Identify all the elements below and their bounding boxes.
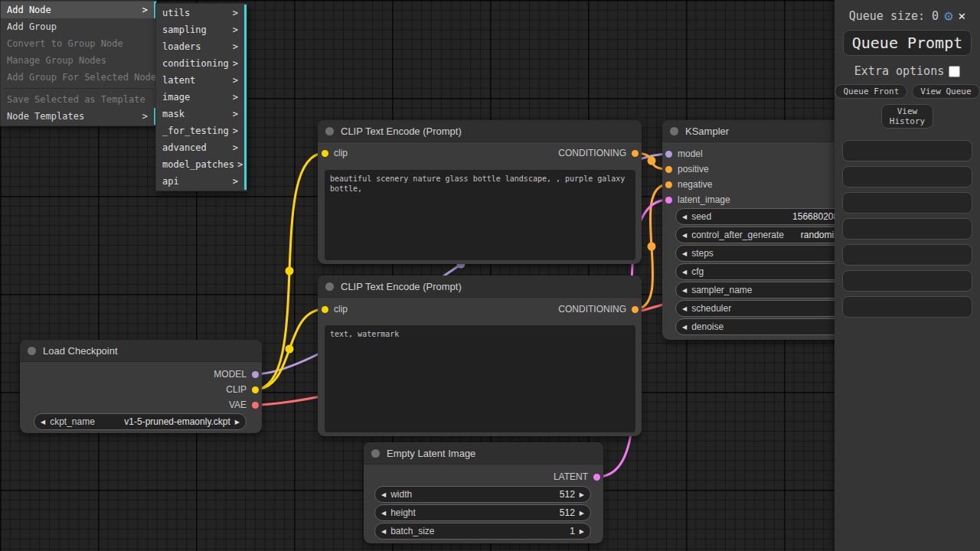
submenu-item-advanced[interactable]: advanced > — [156, 139, 247, 156]
settings-gear-icon[interactable]: ⚙ — [944, 8, 952, 23]
conditioning-output-dot[interactable] — [632, 306, 639, 313]
ksampler-input-latent-image[interactable]: latent_image — [665, 194, 730, 206]
input-slot-dot[interactable] — [665, 197, 672, 204]
widget-sampler-name[interactable]: ◀ sampler_name ▶ — [675, 282, 860, 298]
widget-batch-size[interactable]: ◀ batch_size 1 ▶ — [374, 523, 591, 540]
collapse-dot[interactable] — [670, 127, 678, 135]
submenu-item-conditioning[interactable]: conditioning > — [156, 55, 247, 72]
decrement-arrow-icon[interactable]: ◀ — [381, 528, 386, 535]
node-clip-text-encode-1[interactable]: CLIP Text Encode (Prompt) clip CONDITION… — [318, 120, 642, 264]
submenu-item-for-testing[interactable]: _for_testing > — [156, 122, 247, 139]
clip-input-dot[interactable] — [322, 306, 328, 313]
load-default-button[interactable] — [842, 270, 972, 292]
submenu-item-sampling[interactable]: sampling > — [156, 21, 247, 38]
decrement-arrow-icon[interactable]: ◀ — [682, 214, 687, 220]
submenu-item-utils[interactable]: utils > — [156, 5, 247, 21]
menu-item-add-group[interactable]: Add Group — [1, 18, 156, 35]
clip-input-label: clip — [334, 148, 348, 158]
submenu-arrow-icon: > — [230, 173, 238, 190]
widget-cfg[interactable]: ◀ cfg ▶ — [675, 263, 860, 280]
output-slot-dot[interactable] — [252, 371, 259, 378]
positive-prompt-textarea[interactable]: beautiful scenery nature glass bottle la… — [325, 170, 635, 260]
node-title: CLIP Text Encode (Prompt) — [341, 281, 462, 292]
context-menu: Add Node > Add Group Convert to Group No… — [0, 0, 157, 126]
widget-control-after-generate[interactable]: ◀ control_after_generate randomize ▶ — [675, 227, 860, 243]
reset-view-button[interactable] — [842, 296, 972, 318]
extra-options-checkbox[interactable] — [949, 66, 960, 77]
decrement-arrow-icon[interactable]: ◀ — [682, 287, 687, 294]
widget-label: denoise — [691, 321, 724, 332]
submenu-item-mask[interactable]: mask > — [156, 106, 247, 122]
collapse-dot[interactable] — [325, 127, 334, 135]
widget-denoise[interactable]: ◀ denoise ▶ — [675, 318, 860, 335]
ksampler-input-negative[interactable]: negative — [665, 178, 712, 191]
load-button[interactable] — [842, 166, 972, 187]
input-slot-dot[interactable] — [665, 166, 672, 173]
clip-input-dot[interactable] — [322, 150, 328, 157]
submenu-item-model-patches[interactable]: model_patches > — [156, 156, 247, 173]
next-arrow-icon[interactable]: ▶ — [235, 419, 240, 425]
increment-arrow-icon[interactable]: ▶ — [580, 528, 584, 535]
decrement-arrow-icon[interactable]: ◀ — [682, 250, 687, 257]
decrement-arrow-icon[interactable]: ◀ — [682, 324, 687, 331]
decrement-arrow-icon[interactable]: ◀ — [682, 305, 687, 312]
refresh-button[interactable] — [842, 192, 972, 214]
increment-arrow-icon[interactable]: ▶ — [580, 510, 584, 517]
node-empty-latent-image[interactable]: Empty Latent Image LATENT ◀ width 512 ▶ … — [364, 442, 603, 543]
ksampler-input-positive[interactable]: positive — [665, 163, 709, 175]
output-slot-dot[interactable] — [252, 386, 259, 393]
decrement-arrow-icon[interactable]: ◀ — [381, 491, 386, 498]
queue-prompt-button[interactable]: Queue Prompt — [843, 30, 972, 56]
submenu-item-label: mask — [162, 106, 185, 122]
menu-item-add-node[interactable]: Add Node > — [1, 2, 156, 18]
widget-seed[interactable]: ◀ seed 1566802087 ▶ — [675, 208, 860, 225]
decrement-arrow-icon[interactable]: ◀ — [682, 232, 687, 239]
output-slot-dot[interactable] — [252, 402, 259, 409]
node-load-checkpoint[interactable]: Load Checkpoint MODEL CLIP VAE ◀ ckpt_na… — [20, 340, 262, 433]
node-clip-text-encode-2[interactable]: CLIP Text Encode (Prompt) clip CONDITION… — [318, 276, 642, 436]
clipspace-button[interactable] — [842, 218, 972, 240]
save-button[interactable] — [842, 140, 972, 161]
submenu-item-label: utils — [162, 5, 190, 21]
widget-steps[interactable]: ◀ steps ▶ — [675, 245, 860, 262]
node-title: CLIP Text Encode (Prompt) — [341, 126, 462, 137]
ksampler-input-model[interactable]: model — [665, 148, 703, 160]
checkpoint-output-clip[interactable]: CLIP — [226, 383, 259, 396]
input-slot-dot[interactable] — [665, 181, 672, 188]
node-title-bar[interactable]: CLIP Text Encode (Prompt) — [318, 120, 642, 142]
negative-prompt-textarea[interactable]: text, watermark — [325, 325, 635, 432]
previous-arrow-icon[interactable]: ◀ — [41, 419, 45, 425]
submenu-item-image[interactable]: image > — [156, 89, 247, 106]
menu-item-label: Add Group — [7, 18, 57, 35]
conditioning-output-dot[interactable] — [632, 150, 639, 157]
node-title-bar[interactable]: Load Checkpoint — [20, 340, 262, 362]
checkpoint-output-vae[interactable]: VAE — [229, 399, 259, 411]
link-clip-to-positive-prompt — [254, 153, 325, 390]
node-title-bar[interactable]: Empty Latent Image — [364, 442, 603, 465]
submenu-item-latent[interactable]: latent > — [156, 72, 247, 89]
collapse-dot[interactable] — [325, 282, 334, 291]
input-slot-dot[interactable] — [665, 151, 672, 158]
checkpoint-output-model[interactable]: MODEL — [214, 368, 259, 380]
node-title-bar[interactable]: CLIP Text Encode (Prompt) — [318, 276, 642, 298]
decrement-arrow-icon[interactable]: ◀ — [381, 510, 386, 517]
close-icon[interactable]: ✕ — [959, 10, 966, 22]
widget-ckpt-name[interactable]: ◀ ckpt_name v1-5-pruned-emaonly.ckpt ▶ — [34, 413, 247, 430]
queue-front-button[interactable]: Queue Front — [835, 84, 907, 99]
collapse-dot[interactable] — [28, 347, 36, 355]
submenu-item-api[interactable]: api > — [156, 173, 247, 190]
view-queue-button[interactable]: View Queue — [912, 84, 979, 99]
submenu-item-loaders[interactable]: loaders > — [156, 38, 247, 55]
widget-height[interactable]: ◀ height 512 ▶ — [374, 504, 591, 521]
latent-output-dot[interactable] — [593, 474, 600, 481]
decrement-arrow-icon[interactable]: ◀ — [682, 269, 687, 276]
widget-width[interactable]: ◀ width 512 ▶ — [374, 486, 591, 503]
menu-item-node-templates[interactable]: Node Templates > — [1, 108, 156, 125]
node-title: KSampler — [685, 126, 729, 137]
clear-button[interactable] — [842, 244, 972, 266]
view-history-button[interactable]: View History — [881, 104, 933, 129]
submenu-arrow-icon — [147, 18, 150, 35]
widget-scheduler[interactable]: ◀ scheduler ▶ — [675, 300, 860, 317]
collapse-dot[interactable] — [371, 449, 380, 458]
increment-arrow-icon[interactable]: ▶ — [580, 491, 584, 498]
